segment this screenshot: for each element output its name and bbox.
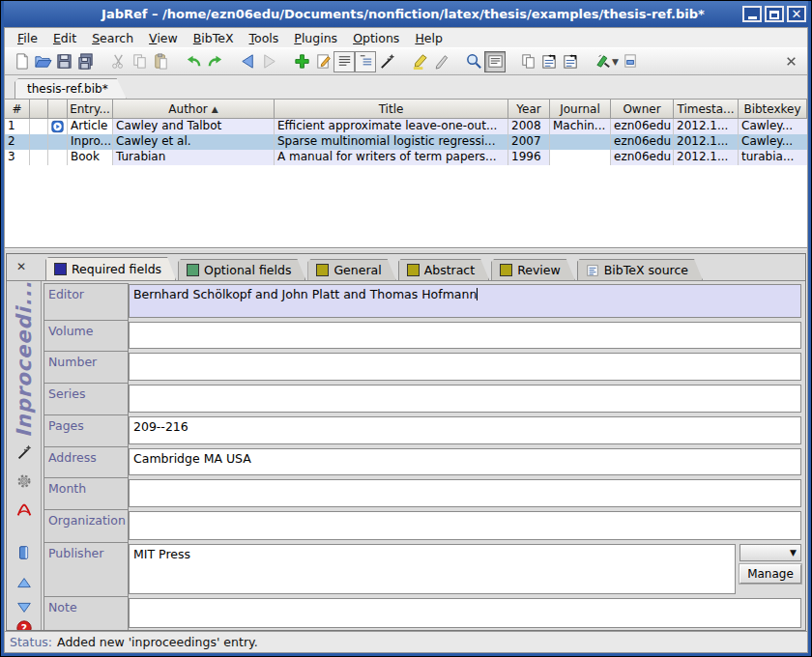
push-to-application-icon[interactable]: [593, 51, 614, 72]
menu-tools[interactable]: Tools: [243, 29, 286, 47]
tab-optional-fields[interactable]: Optional fields: [178, 259, 305, 280]
manage-button[interactable]: Manage: [740, 564, 801, 584]
table-row[interactable]: 3 Book Turabian A manual for writers of …: [5, 150, 807, 165]
number-field-input[interactable]: [129, 353, 801, 381]
cell-owner: ezn06edu: [611, 134, 674, 150]
required-fields-panel: Editor Bernhard Schölkopf and John Platt…: [42, 281, 805, 630]
toggle-preview-icon[interactable]: [484, 51, 506, 72]
menu-help[interactable]: Help: [408, 29, 450, 47]
column-header-entrytype[interactable]: Entry...: [68, 100, 113, 118]
undo-icon[interactable]: [183, 51, 204, 72]
menu-view[interactable]: View: [142, 29, 185, 47]
table-empty-area: [5, 165, 807, 247]
column-header-num[interactable]: #: [5, 100, 30, 118]
cell-icon1: [30, 134, 48, 150]
previous-entry-icon[interactable]: [14, 573, 35, 594]
column-header-journal[interactable]: Journal: [550, 100, 611, 118]
menu-search[interactable]: Search: [85, 29, 140, 47]
minimize-button[interactable]: [742, 6, 762, 22]
cell-icon1: [30, 119, 48, 134]
column-header-icon2[interactable]: [48, 100, 68, 118]
close-button[interactable]: ✕: [787, 6, 806, 22]
paste-icon[interactable]: [150, 51, 171, 72]
redo-icon[interactable]: [204, 51, 225, 72]
new-subdatabase-icon[interactable]: [538, 51, 560, 72]
open-database-icon[interactable]: [32, 51, 53, 72]
menu-file[interactable]: File: [11, 29, 44, 47]
toggle-groups-icon[interactable]: [334, 51, 355, 72]
entry-type-side-panel: Inproceedi... ?: [7, 281, 42, 630]
volume-field-input[interactable]: [129, 322, 801, 349]
menu-plugins[interactable]: Plugins: [287, 29, 344, 47]
publisher-selector-dropdown[interactable]: ▼: [740, 544, 801, 561]
unmark-entries-icon[interactable]: [430, 51, 451, 72]
editor-field-input[interactable]: Bernhard Schölkopf and John Platt and Th…: [129, 284, 801, 318]
month-field-input[interactable]: [129, 479, 801, 507]
menu-edit[interactable]: Edit: [46, 29, 83, 47]
cleanup-wand-icon[interactable]: [376, 51, 397, 72]
write-pdf-page-icon[interactable]: [14, 542, 35, 563]
next-entry-icon[interactable]: [14, 596, 35, 617]
pages-field-input[interactable]: 209--216: [129, 416, 801, 444]
tab-general[interactable]: General: [307, 259, 395, 280]
maximize-button[interactable]: [765, 6, 784, 22]
column-header-timestamp[interactable]: Timesta...: [674, 100, 739, 118]
cell-year: 2007: [508, 134, 550, 150]
menu-bibtex[interactable]: BibTeX: [187, 29, 241, 47]
back-icon[interactable]: [237, 51, 258, 72]
text-caret: [477, 288, 478, 300]
table-row[interactable]: 1 Article Cawley and Talbot Efficient ap…: [5, 119, 807, 134]
write-xmp-icon[interactable]: [560, 51, 581, 72]
field-row-number: Number: [44, 352, 801, 384]
cell-title: A manual for writers of term papers...: [275, 150, 508, 165]
cell-author: Cawley et al.: [113, 134, 275, 150]
column-header-title[interactable]: Title: [275, 100, 508, 118]
column-header-author[interactable]: Author▲: [113, 100, 275, 118]
cell-url[interactable]: [48, 119, 68, 134]
gear-icon[interactable]: [14, 471, 35, 492]
new-entry-icon[interactable]: [291, 51, 312, 72]
publisher-field-input[interactable]: MIT Press: [129, 544, 736, 594]
cell-journal: [550, 134, 611, 150]
tab-bibtex-source[interactable]: BibTeX source: [577, 259, 703, 280]
generate-key-wand-icon[interactable]: [14, 442, 35, 463]
column-header-owner[interactable]: Owner: [611, 100, 674, 118]
address-field-input[interactable]: Cambridge MA USA: [129, 448, 801, 475]
url-link-icon[interactable]: [51, 119, 64, 134]
edit-entry-icon[interactable]: [312, 51, 334, 72]
search-icon[interactable]: [463, 51, 484, 72]
organization-field-input[interactable]: [129, 511, 801, 540]
open-file-icon[interactable]: [621, 51, 642, 72]
table-row-selected[interactable]: 2 Inpro... Cawley et al. Sparse multinom…: [5, 134, 807, 150]
column-header-icon1[interactable]: [30, 100, 48, 118]
tab-required-fields[interactable]: Required fields: [45, 257, 176, 280]
menu-options[interactable]: Options: [346, 29, 406, 47]
push-application-dropdown-icon[interactable]: ▼: [612, 57, 619, 67]
pdf-acrobat-icon[interactable]: [14, 500, 35, 521]
duplicate-entry-icon[interactable]: [517, 51, 538, 72]
field-row-month: Month: [44, 478, 801, 510]
series-field-input[interactable]: [129, 385, 801, 413]
cell-bibtexkey: turabia...: [739, 150, 807, 165]
new-database-icon[interactable]: [11, 51, 32, 72]
title-bar[interactable]: JabRef – /home/ezn06edu/Documents/nonfic…: [4, 1, 808, 27]
cell-timestamp: 2012.1...: [674, 119, 739, 134]
entry-editor-close-icon[interactable]: ✕: [13, 259, 30, 274]
note-field-input[interactable]: [129, 598, 801, 628]
save-database-icon[interactable]: [53, 51, 74, 72]
tab-review[interactable]: Review: [491, 259, 575, 280]
copy-icon[interactable]: [129, 51, 150, 72]
mark-entries-icon[interactable]: [409, 51, 430, 72]
column-header-year[interactable]: Year: [508, 100, 550, 118]
tab-abstract[interactable]: Abstract: [398, 259, 489, 280]
forward-icon[interactable]: [258, 51, 279, 72]
toggle-preview-pane-icon[interactable]: [355, 51, 376, 72]
cut-icon[interactable]: [107, 51, 129, 72]
cell-journal: [550, 150, 611, 165]
database-tab[interactable]: thesis-ref.bib*: [14, 78, 127, 99]
column-header-bibtexkey[interactable]: Bibtexkey: [739, 100, 807, 118]
save-all-icon[interactable]: [74, 51, 96, 72]
toolbar-close-icon[interactable]: [780, 51, 801, 72]
maximize-icon: [769, 11, 779, 19]
help-icon[interactable]: ?: [14, 617, 35, 630]
